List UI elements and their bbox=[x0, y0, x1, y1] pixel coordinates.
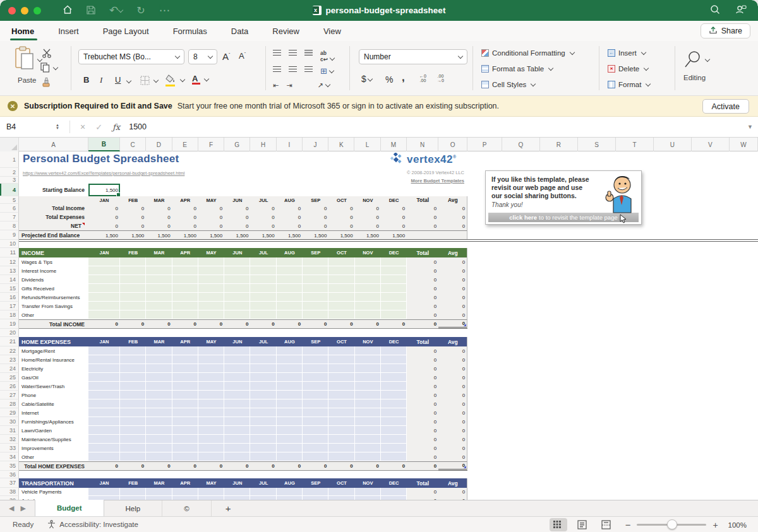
item-cell[interactable] bbox=[381, 382, 407, 391]
item-cell[interactable] bbox=[172, 391, 198, 399]
item-cell[interactable] bbox=[146, 444, 172, 452]
column-header-K[interactable]: K bbox=[328, 138, 354, 151]
item-cell[interactable] bbox=[381, 444, 407, 452]
section-header-transportation[interactable]: TRANSPORTATION bbox=[19, 478, 88, 488]
item-cell[interactable] bbox=[88, 257, 120, 266]
item-cell[interactable] bbox=[146, 310, 172, 319]
align-top-icon[interactable] bbox=[273, 50, 281, 56]
section-month-header[interactable]: DEC bbox=[381, 248, 407, 257]
item-cell[interactable] bbox=[172, 373, 198, 382]
item-cell[interactable] bbox=[146, 346, 172, 355]
item-avg[interactable]: 0 bbox=[438, 452, 467, 461]
item-cell[interactable] bbox=[120, 452, 146, 461]
item-cell[interactable] bbox=[198, 275, 224, 284]
item-cell[interactable] bbox=[303, 293, 328, 302]
summary-cell[interactable]: 0 bbox=[224, 213, 250, 222]
item-cell[interactable] bbox=[146, 293, 172, 302]
item-cell[interactable] bbox=[198, 302, 224, 310]
summary-cell[interactable]: 0 bbox=[328, 222, 354, 230]
share-button[interactable]: Share bbox=[701, 23, 750, 38]
font-name-select[interactable]: Trebuchet MS (Bo... bbox=[78, 49, 184, 64]
item-label[interactable]: Other bbox=[19, 452, 88, 461]
row-header-6[interactable]: 6 bbox=[0, 204, 19, 213]
projected-cell[interactable]: 1,500 bbox=[303, 230, 328, 240]
item-avg[interactable]: 0 bbox=[438, 346, 467, 355]
item-cell[interactable] bbox=[277, 266, 303, 275]
format-as-table-button[interactable]: Format as Table bbox=[481, 65, 553, 73]
row-header-4[interactable]: 4 bbox=[0, 184, 19, 196]
item-cell[interactable] bbox=[146, 391, 172, 399]
item-cell[interactable] bbox=[328, 373, 354, 382]
section-total-cell[interactable]: 0 bbox=[328, 319, 354, 329]
section-total-label[interactable]: Total INCOME bbox=[19, 319, 88, 329]
item-total[interactable]: 0 bbox=[407, 488, 438, 496]
item-cell[interactable] bbox=[381, 417, 407, 426]
projected-cell[interactable]: 1,500 bbox=[88, 230, 120, 240]
row-header-38[interactable]: 38 bbox=[0, 488, 19, 496]
align-right-icon[interactable] bbox=[304, 66, 313, 72]
align-bottom-icon[interactable] bbox=[304, 50, 313, 56]
item-cell[interactable] bbox=[328, 452, 354, 461]
item-cell[interactable] bbox=[355, 364, 381, 373]
row-header-20[interactable]: 20 bbox=[0, 329, 19, 337]
item-avg[interactable]: 0 bbox=[438, 426, 467, 435]
item-avg[interactable]: 0 bbox=[438, 266, 467, 275]
section-total-cell[interactable]: 0 bbox=[303, 461, 328, 471]
summary-cell[interactable]: 0 bbox=[277, 213, 303, 222]
item-cell[interactable] bbox=[381, 310, 407, 319]
item-cell[interactable] bbox=[328, 435, 354, 444]
item-cell[interactable] bbox=[328, 399, 354, 408]
cell-styles-button[interactable]: Cell Styles bbox=[481, 81, 535, 88]
section-month-header[interactable]: JUN bbox=[224, 478, 250, 488]
column-header-F[interactable]: F bbox=[198, 138, 224, 151]
item-cell[interactable] bbox=[172, 275, 198, 284]
item-total[interactable]: 0 bbox=[407, 373, 438, 382]
sheet-nav-right-icon[interactable]: ▶ bbox=[20, 504, 25, 512]
item-cell[interactable] bbox=[120, 426, 146, 435]
decrease-decimal-button[interactable]: .00→0 bbox=[437, 74, 444, 83]
more-templates-link[interactable]: More Budget Templates bbox=[354, 178, 464, 184]
cut-icon[interactable] bbox=[42, 49, 52, 61]
item-label[interactable]: Phone bbox=[19, 391, 88, 399]
item-cell[interactable] bbox=[277, 364, 303, 373]
row-header-37[interactable]: 37 bbox=[0, 478, 19, 488]
tab-formulas[interactable]: Formulas bbox=[161, 21, 219, 41]
select-all-corner[interactable] bbox=[0, 138, 19, 151]
column-header-A[interactable]: A bbox=[19, 138, 88, 151]
item-cell[interactable] bbox=[381, 302, 407, 310]
item-cell[interactable] bbox=[146, 302, 172, 310]
item-cell[interactable] bbox=[303, 302, 328, 310]
section-month-header[interactable]: SEP bbox=[303, 248, 328, 257]
conditional-formatting-button[interactable]: Conditional Formatting bbox=[481, 49, 574, 57]
item-cell[interactable] bbox=[146, 275, 172, 284]
item-cell[interactable] bbox=[146, 266, 172, 275]
cell-B4-selected[interactable]: 1,500 bbox=[88, 184, 120, 196]
item-cell[interactable] bbox=[250, 444, 276, 452]
align-left-icon[interactable] bbox=[273, 66, 281, 72]
item-label[interactable]: Electricity bbox=[19, 364, 88, 373]
item-cell[interactable] bbox=[355, 417, 381, 426]
section-avg-header[interactable]: Avg bbox=[438, 478, 467, 488]
tab-view[interactable]: View bbox=[311, 21, 353, 41]
projected-cell[interactable]: 1,500 bbox=[328, 230, 354, 240]
item-cell[interactable] bbox=[224, 444, 250, 452]
tab-insert[interactable]: Insert bbox=[46, 21, 91, 41]
item-cell[interactable] bbox=[303, 346, 328, 355]
page-break-view-button[interactable] bbox=[598, 518, 615, 531]
item-cell[interactable] bbox=[381, 452, 407, 461]
item-label[interactable]: Maintenance/Supplies bbox=[19, 435, 88, 444]
section-total-cell[interactable]: 0 bbox=[328, 461, 354, 471]
column-header-D[interactable]: D bbox=[146, 138, 172, 151]
section-month-header[interactable]: NOV bbox=[355, 337, 381, 346]
item-cell[interactable] bbox=[198, 408, 224, 417]
accessibility-status[interactable]: Accessibility: Investigate bbox=[47, 520, 138, 529]
item-cell[interactable] bbox=[120, 257, 146, 266]
item-cell[interactable] bbox=[328, 302, 354, 310]
item-cell[interactable] bbox=[198, 284, 224, 293]
item-cell[interactable] bbox=[277, 382, 303, 391]
section-month-header[interactable]: JUN bbox=[224, 337, 250, 346]
item-cell[interactable] bbox=[224, 284, 250, 293]
section-month-header[interactable]: JUN bbox=[224, 248, 250, 257]
column-header-I[interactable]: I bbox=[277, 138, 303, 151]
item-label[interactable]: Improvements bbox=[19, 444, 88, 452]
